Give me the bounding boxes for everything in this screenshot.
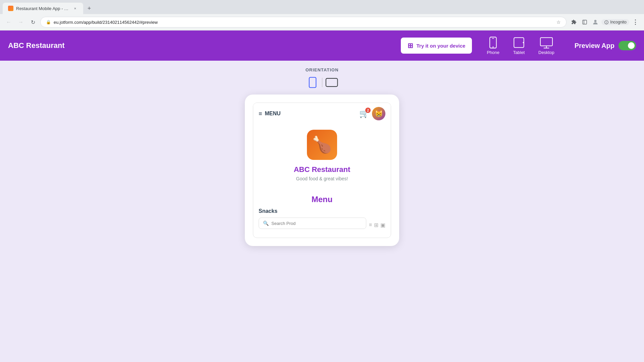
cart-badge: 2 <box>365 108 371 113</box>
incognito-badge[interactable]: Incognito <box>601 19 629 25</box>
orientation-options <box>305 76 340 89</box>
svg-point-2 <box>594 20 597 22</box>
address-bar[interactable]: 🔒 eu.jotform.com/app/build/2314021145624… <box>40 17 567 27</box>
menu-section: Menu Snacks 🔍 ≡ ⊞ ▣ <box>253 189 391 238</box>
browser-toolbar-right: Incognito ⋮ <box>569 17 640 27</box>
bookmark-icon[interactable]: ☆ <box>556 19 561 25</box>
phone-device-icon <box>488 37 498 49</box>
phone-preview-container: ≡ MENU 🛒 2 😸 🍗 ABC Res <box>245 95 399 246</box>
landscape-orientation-button[interactable] <box>324 76 340 89</box>
desktop-label: Desktop <box>538 50 554 55</box>
browser-tabs: Restaurant Mobile App - Jotform × + <box>0 0 644 14</box>
svg-rect-12 <box>326 78 337 86</box>
preview-app-toggle[interactable] <box>619 41 636 50</box>
portrait-orientation-button[interactable] <box>305 76 321 89</box>
new-tab-button[interactable]: + <box>85 4 94 13</box>
tab-close-button[interactable]: × <box>72 6 78 11</box>
svg-rect-8 <box>540 38 552 46</box>
back-button[interactable]: ← <box>4 17 13 27</box>
preview-app-section: Preview App <box>575 41 636 50</box>
search-input[interactable] <box>271 221 362 226</box>
browser-toolbar: ← → ↻ 🔒 eu.jotform.com/app/build/2314021… <box>0 14 644 30</box>
search-icon: 🔍 <box>263 221 269 226</box>
device-type-phone[interactable]: Phone <box>480 34 506 58</box>
orientation-label: ORIENTATION <box>305 67 340 72</box>
browser-chrome: Restaurant Mobile App - Jotform × + ← → … <box>0 0 644 31</box>
forward-button[interactable]: → <box>16 17 25 27</box>
search-and-toggle-row: 🔍 ≡ ⊞ ▣ <box>259 218 385 232</box>
tab-title: Restaurant Mobile App - Jotform <box>16 6 70 11</box>
cart-button[interactable]: 🛒 2 <box>359 109 369 118</box>
svg-rect-11 <box>309 77 316 88</box>
svg-point-5 <box>493 46 494 47</box>
device-type-group: Phone Tablet Desktop <box>480 34 561 58</box>
portrait-icon <box>308 77 317 88</box>
search-bar[interactable]: 🔍 <box>259 218 366 229</box>
hamburger-icon: ≡ <box>259 110 262 117</box>
ssl-lock-icon: 🔒 <box>46 20 51 24</box>
list-view-button[interactable]: ≡ <box>369 222 372 228</box>
tablet-label: Tablet <box>513 50 525 55</box>
avatar-emoji: 😸 <box>375 110 383 118</box>
try-device-label: Try it on your device <box>417 43 466 49</box>
device-type-tablet[interactable]: Tablet <box>506 34 532 58</box>
view-toggle: ≡ ⊞ ▣ <box>369 222 385 228</box>
incognito-label: Incognito <box>610 20 627 24</box>
phone-screen: ≡ MENU 🛒 2 😸 🍗 ABC Res <box>253 103 391 238</box>
main-content: ORIENTATION ≡ MENU <box>0 61 644 362</box>
qr-icon: ⊞ <box>408 42 413 50</box>
menu-title: Menu <box>259 195 385 204</box>
tab-favicon <box>8 6 13 11</box>
svg-point-7 <box>523 42 524 43</box>
tablet-device-icon <box>513 37 525 49</box>
svg-rect-6 <box>514 38 524 47</box>
svg-rect-4 <box>492 38 494 39</box>
refresh-button[interactable]: ↻ <box>28 17 38 27</box>
orientation-section: ORIENTATION <box>305 67 340 89</box>
url-text: eu.jotform.com/app/build/231402114562442… <box>54 20 554 25</box>
extensions-button[interactable] <box>569 17 579 27</box>
try-device-button[interactable]: ⊞ Try it on your device <box>401 38 472 54</box>
restaurant-name: ABC Restaurant <box>294 165 351 174</box>
svg-rect-0 <box>583 20 587 24</box>
device-type-desktop[interactable]: Desktop <box>532 34 561 58</box>
app-title: ABC Restaurant <box>8 41 393 50</box>
grid-1-view-button[interactable]: ▣ <box>380 222 385 228</box>
phone-label: Phone <box>487 50 499 55</box>
restaurant-logo: 🍗 <box>307 130 337 160</box>
preview-app-label: Preview App <box>575 42 614 50</box>
nav-right: 🛒 2 😸 <box>359 107 385 120</box>
landscape-icon <box>325 78 338 87</box>
sidebar-button[interactable] <box>580 17 589 27</box>
menu-category: Snacks <box>259 208 385 214</box>
restaurant-logo-emoji: 🍗 <box>312 135 332 154</box>
user-avatar[interactable]: 😸 <box>372 107 385 120</box>
restaurant-logo-section: 🍗 ABC Restaurant Good food & great vibes… <box>253 124 391 189</box>
restaurant-tagline: Good food & great vibes! <box>296 176 348 181</box>
profile-button[interactable] <box>591 17 600 27</box>
menu-button[interactable]: ≡ MENU <box>259 110 281 117</box>
app-nav-bar: ≡ MENU 🛒 2 😸 <box>253 103 391 124</box>
active-browser-tab[interactable]: Restaurant Mobile App - Jotform × <box>3 3 83 14</box>
browser-menu-button[interactable]: ⋮ <box>631 17 640 27</box>
desktop-device-icon <box>540 37 553 49</box>
grid-2-view-button[interactable]: ⊞ <box>374 222 378 228</box>
orientation-divider <box>322 78 322 87</box>
menu-text: MENU <box>265 111 281 117</box>
app-header: ABC Restaurant ⊞ Try it on your device P… <box>0 31 644 61</box>
